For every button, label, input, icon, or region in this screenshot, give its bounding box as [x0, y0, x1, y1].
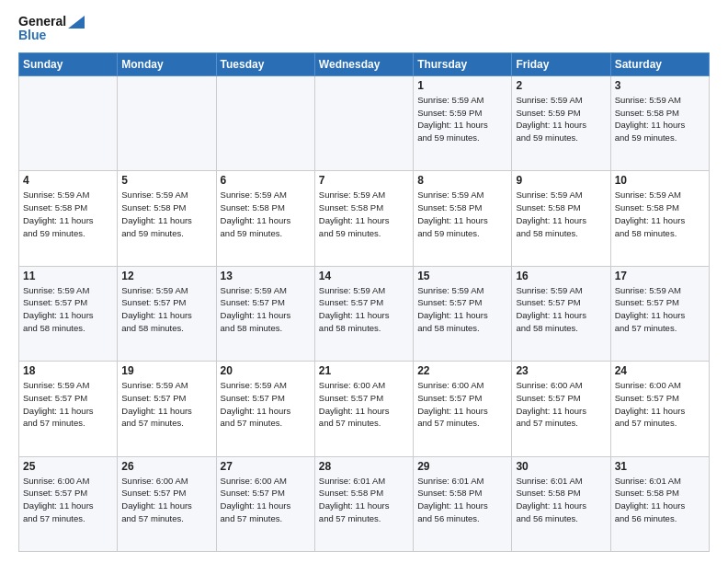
day-number: 13 — [221, 270, 311, 282]
day-cell: 17Sunrise: 5:59 AMSunset: 5:57 PMDayligh… — [610, 266, 709, 361]
day-number: 2 — [516, 79, 606, 92]
day-info: Sunrise: 5:59 AMSunset: 5:57 PMDaylight:… — [319, 284, 409, 335]
day-cell: 27Sunrise: 6:00 AMSunset: 5:57 PMDayligh… — [216, 456, 314, 551]
day-cell: 24Sunrise: 6:00 AMSunset: 5:57 PMDayligh… — [610, 362, 709, 456]
day-number: 21 — [319, 364, 409, 377]
day-number: 16 — [516, 270, 606, 282]
day-info: Sunrise: 5:59 AMSunset: 5:57 PMDaylight:… — [615, 284, 705, 335]
day-number: 6 — [221, 174, 311, 187]
day-cell: 2Sunrise: 5:59 AMSunset: 5:59 PMDaylight… — [512, 75, 610, 170]
day-info: Sunrise: 5:59 AMSunset: 5:57 PMDaylight:… — [417, 284, 507, 335]
weekday-wednesday: Wednesday — [314, 52, 413, 75]
day-number: 4 — [23, 174, 113, 187]
day-info: Sunrise: 5:59 AMSunset: 5:57 PMDaylight:… — [23, 284, 113, 335]
day-info: Sunrise: 6:00 AMSunset: 5:57 PMDaylight:… — [615, 379, 705, 430]
logo-blue: Blue — [18, 29, 46, 42]
day-number: 7 — [319, 174, 409, 187]
day-number: 24 — [615, 364, 705, 377]
day-info: Sunrise: 6:01 AMSunset: 5:58 PMDaylight:… — [516, 475, 606, 525]
header: General Blue — [18, 15, 710, 43]
logo-graphic: General Blue — [18, 15, 85, 43]
day-cell: 15Sunrise: 5:59 AMSunset: 5:57 PMDayligh… — [414, 266, 512, 361]
day-info: Sunrise: 6:00 AMSunset: 5:57 PMDaylight:… — [221, 475, 311, 525]
day-cell: 1Sunrise: 5:59 AMSunset: 5:59 PMDaylight… — [414, 75, 512, 170]
day-cell: 28Sunrise: 6:01 AMSunset: 5:58 PMDayligh… — [314, 456, 413, 551]
day-number: 3 — [615, 79, 705, 92]
day-cell: 13Sunrise: 5:59 AMSunset: 5:57 PMDayligh… — [216, 266, 314, 361]
day-number: 1 — [417, 79, 507, 92]
day-number: 8 — [417, 174, 507, 187]
day-info: Sunrise: 5:59 AMSunset: 5:59 PMDaylight:… — [417, 94, 507, 144]
day-cell: 5Sunrise: 5:59 AMSunset: 5:58 PMDaylight… — [118, 171, 216, 266]
day-number: 29 — [417, 460, 507, 473]
day-info: Sunrise: 6:01 AMSunset: 5:58 PMDaylight:… — [417, 475, 507, 525]
day-info: Sunrise: 6:00 AMSunset: 5:57 PMDaylight:… — [417, 379, 507, 430]
day-cell: 18Sunrise: 5:59 AMSunset: 5:57 PMDayligh… — [19, 362, 118, 456]
weekday-header-row: SundayMondayTuesdayWednesdayThursdayFrid… — [19, 52, 710, 75]
weekday-thursday: Thursday — [414, 52, 512, 75]
day-info: Sunrise: 5:59 AMSunset: 5:58 PMDaylight:… — [121, 189, 211, 239]
day-info: Sunrise: 5:59 AMSunset: 5:57 PMDaylight:… — [121, 379, 211, 430]
week-row-4: 18Sunrise: 5:59 AMSunset: 5:57 PMDayligh… — [19, 362, 710, 456]
day-info: Sunrise: 5:59 AMSunset: 5:57 PMDaylight:… — [221, 284, 311, 335]
day-cell: 9Sunrise: 5:59 AMSunset: 5:58 PMDaylight… — [512, 171, 610, 266]
day-info: Sunrise: 5:59 AMSunset: 5:57 PMDaylight:… — [221, 379, 311, 430]
day-info: Sunrise: 5:59 AMSunset: 5:57 PMDaylight:… — [23, 379, 113, 430]
day-info: Sunrise: 5:59 AMSunset: 5:57 PMDaylight:… — [516, 284, 606, 335]
day-cell: 23Sunrise: 6:00 AMSunset: 5:57 PMDayligh… — [512, 362, 610, 456]
weekday-tuesday: Tuesday — [216, 52, 314, 75]
day-cell — [314, 75, 413, 170]
day-cell: 11Sunrise: 5:59 AMSunset: 5:57 PMDayligh… — [19, 266, 118, 361]
day-cell: 29Sunrise: 6:01 AMSunset: 5:58 PMDayligh… — [414, 456, 512, 551]
day-number: 22 — [417, 364, 507, 377]
day-info: Sunrise: 5:59 AMSunset: 5:58 PMDaylight:… — [417, 189, 507, 239]
logo-triangle-icon — [68, 16, 85, 29]
day-number: 28 — [319, 460, 409, 473]
day-info: Sunrise: 5:59 AMSunset: 5:57 PMDaylight:… — [121, 284, 211, 335]
day-info: Sunrise: 6:01 AMSunset: 5:58 PMDaylight:… — [319, 475, 409, 525]
weekday-monday: Monday — [118, 52, 216, 75]
day-cell — [19, 75, 118, 170]
weekday-sunday: Sunday — [19, 52, 118, 75]
day-cell: 10Sunrise: 5:59 AMSunset: 5:58 PMDayligh… — [610, 171, 709, 266]
day-cell: 25Sunrise: 6:00 AMSunset: 5:57 PMDayligh… — [19, 456, 118, 551]
logo-general: General — [18, 15, 66, 29]
weekday-friday: Friday — [512, 52, 610, 75]
day-cell: 12Sunrise: 5:59 AMSunset: 5:57 PMDayligh… — [118, 266, 216, 361]
calendar-table: SundayMondayTuesdayWednesdayThursdayFrid… — [18, 52, 710, 552]
weekday-saturday: Saturday — [610, 52, 709, 75]
day-info: Sunrise: 6:00 AMSunset: 5:57 PMDaylight:… — [23, 475, 113, 525]
week-row-5: 25Sunrise: 6:00 AMSunset: 5:57 PMDayligh… — [19, 456, 710, 551]
day-info: Sunrise: 5:59 AMSunset: 5:58 PMDaylight:… — [615, 94, 705, 144]
day-number: 20 — [221, 364, 311, 377]
svg-marker-0 — [68, 16, 85, 29]
day-cell: 3Sunrise: 5:59 AMSunset: 5:58 PMDaylight… — [610, 75, 709, 170]
day-cell: 19Sunrise: 5:59 AMSunset: 5:57 PMDayligh… — [118, 362, 216, 456]
day-cell: 30Sunrise: 6:01 AMSunset: 5:58 PMDayligh… — [512, 456, 610, 551]
day-info: Sunrise: 5:59 AMSunset: 5:58 PMDaylight:… — [23, 189, 113, 239]
day-info: Sunrise: 6:00 AMSunset: 5:57 PMDaylight:… — [121, 475, 211, 525]
day-number: 15 — [417, 270, 507, 282]
week-row-1: 1Sunrise: 5:59 AMSunset: 5:59 PMDaylight… — [19, 75, 710, 170]
day-number: 23 — [516, 364, 606, 377]
day-info: Sunrise: 5:59 AMSunset: 5:58 PMDaylight:… — [615, 189, 705, 239]
day-cell: 8Sunrise: 5:59 AMSunset: 5:58 PMDaylight… — [414, 171, 512, 266]
day-info: Sunrise: 5:59 AMSunset: 5:59 PMDaylight:… — [516, 94, 606, 144]
day-info: Sunrise: 5:59 AMSunset: 5:58 PMDaylight:… — [516, 189, 606, 239]
day-number: 12 — [121, 270, 211, 282]
day-number: 5 — [121, 174, 211, 187]
calendar-page: General Blue SundayMondayTuesdayWednesda… — [0, 0, 728, 563]
day-number: 26 — [121, 460, 211, 473]
week-row-2: 4Sunrise: 5:59 AMSunset: 5:58 PMDaylight… — [19, 171, 710, 266]
day-number: 19 — [121, 364, 211, 377]
day-info: Sunrise: 5:59 AMSunset: 5:58 PMDaylight:… — [319, 189, 409, 239]
day-cell: 26Sunrise: 6:00 AMSunset: 5:57 PMDayligh… — [118, 456, 216, 551]
day-number: 27 — [221, 460, 311, 473]
day-info: Sunrise: 6:00 AMSunset: 5:57 PMDaylight:… — [516, 379, 606, 430]
day-cell — [216, 75, 314, 170]
logo: General Blue — [18, 15, 85, 43]
day-number: 17 — [615, 270, 705, 282]
day-number: 31 — [615, 460, 705, 473]
day-number: 25 — [23, 460, 113, 473]
day-number: 10 — [615, 174, 705, 187]
